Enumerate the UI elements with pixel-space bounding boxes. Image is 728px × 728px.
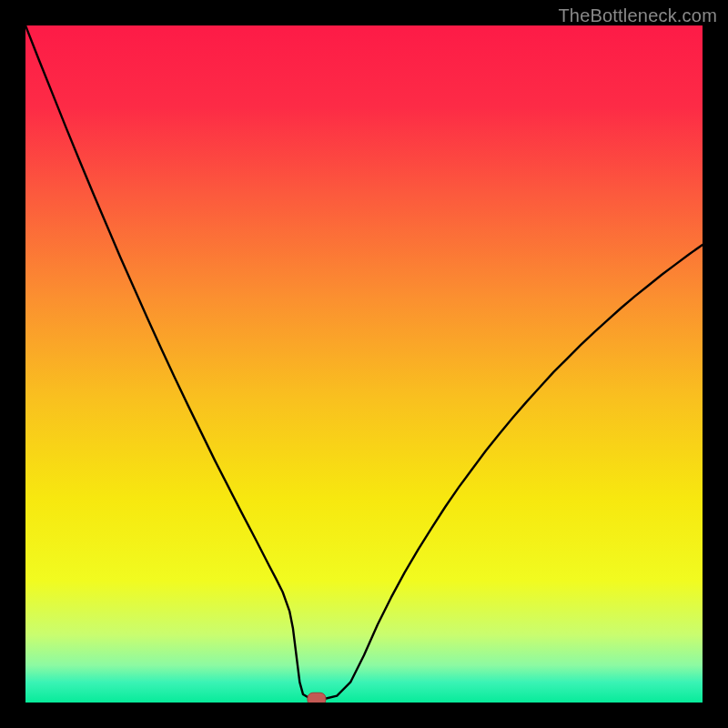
optimal-marker — [308, 693, 326, 703]
watermark-text: TheBottleneck.com — [558, 5, 717, 26]
gradient-background — [25, 25, 703, 703]
bottleneck-plot — [25, 25, 703, 703]
chart-frame — [25, 25, 703, 703]
